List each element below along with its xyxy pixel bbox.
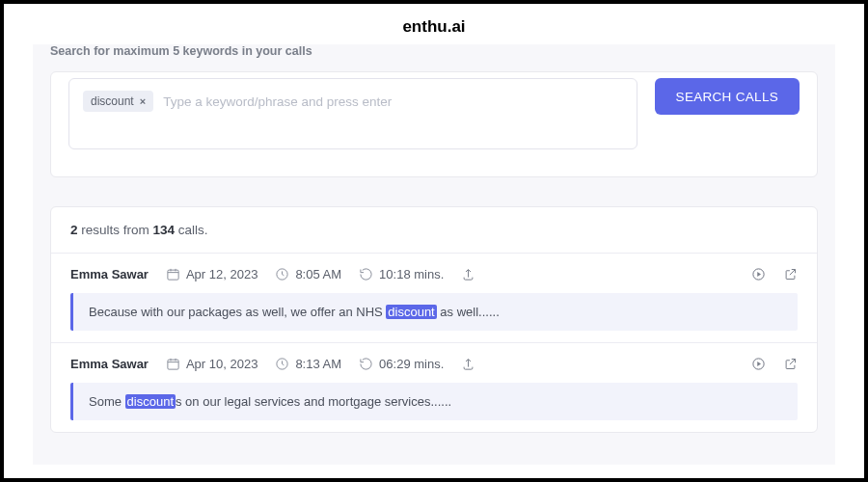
search-card: discount × SEARCH CALLS [50, 71, 818, 177]
call-duration: 06:29 mins. [379, 357, 444, 371]
results-card: 2 results from 134 calls. Emma Sawar Apr… [50, 206, 818, 433]
share-icon[interactable] [461, 357, 475, 371]
svg-rect-0 [168, 270, 178, 280]
brand-title: enthu.ai [4, 4, 864, 37]
keyword-chip-label: discount [91, 94, 134, 108]
duration-icon [359, 357, 373, 371]
result-row: Emma Sawar Apr 10, 2023 8:13 AM 06:29 mi… [51, 343, 817, 420]
clock-icon [275, 357, 289, 371]
open-external-icon[interactable] [783, 357, 798, 371]
call-duration: 10:18 mins. [379, 267, 444, 281]
result-row: Emma Sawar Apr 12, 2023 8:05 AM 10:18 mi… [51, 254, 817, 331]
play-icon[interactable] [751, 267, 766, 281]
keyword-input-box[interactable]: discount × [68, 78, 637, 149]
keyword-input[interactable] [163, 91, 622, 112]
clock-icon [275, 267, 289, 281]
search-label: Search for maximum 5 keywords in your ca… [33, 44, 835, 66]
play-icon[interactable] [751, 357, 766, 371]
result-snippet: Some discounts on our legal services and… [70, 383, 798, 420]
call-date: Apr 10, 2023 [186, 357, 258, 371]
highlight: discount [386, 305, 436, 319]
svg-rect-3 [168, 360, 178, 369]
calendar-icon [166, 357, 180, 371]
call-date: Apr 12, 2023 [186, 267, 258, 281]
call-time: 8:05 AM [295, 267, 341, 281]
result-snippet: Because with our packages as well, we of… [70, 293, 798, 331]
call-time: 8:13 AM [295, 357, 341, 371]
search-calls-button[interactable]: SEARCH CALLS [655, 78, 800, 115]
results-summary: 2 results from 134 calls. [51, 207, 817, 254]
remove-chip-icon[interactable]: × [140, 95, 146, 107]
share-icon[interactable] [461, 267, 475, 281]
calendar-icon [166, 267, 180, 281]
keyword-chip[interactable]: discount × [83, 91, 153, 112]
caller-name: Emma Sawar [70, 267, 149, 281]
highlight: discount [125, 394, 176, 409]
caller-name: Emma Sawar [70, 357, 149, 371]
open-external-icon[interactable] [783, 267, 798, 281]
duration-icon [359, 267, 373, 281]
